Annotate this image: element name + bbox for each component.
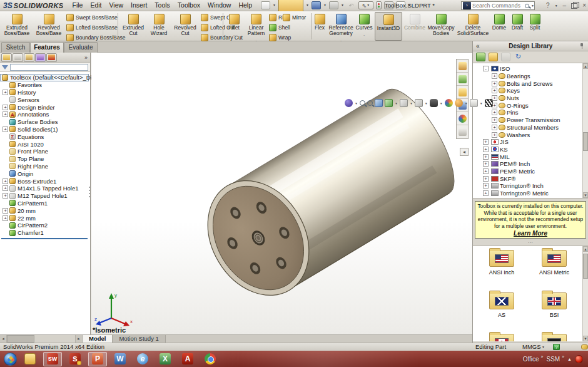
- dl-item-skf[interactable]: +SKF®: [473, 175, 588, 182]
- learn-more-link[interactable]: Learn More: [514, 230, 547, 237]
- expand-toggle[interactable]: +: [492, 110, 497, 115]
- lofted-boss-button[interactable]: Lofted Boss/Base: [66, 23, 118, 32]
- expand-toggle[interactable]: +: [483, 176, 489, 182]
- fillet-caret[interactable]: -: [233, 33, 235, 37]
- search-icon[interactable]: [525, 4, 529, 8]
- dl-item-structural-members[interactable]: +Structural Members: [473, 124, 588, 132]
- menu-file[interactable]: File: [68, 0, 86, 11]
- collapse-task-pane-button[interactable]: ◂: [460, 148, 469, 156]
- dl-item-bearings[interactable]: +Bearings: [473, 73, 588, 80]
- expand-toggle[interactable]: +: [3, 185, 8, 191]
- tree-item-solid-bodies[interactable]: +Solid Bodies(1): [0, 126, 90, 133]
- dl-item-torrington-inch[interactable]: +Torrington® Inch: [473, 182, 588, 190]
- tree-item-origin[interactable]: Origin: [0, 170, 90, 177]
- dl-item-keys[interactable]: +Keys: [473, 87, 588, 95]
- feature-tree-tab[interactable]: [1, 53, 12, 62]
- expand-toggle[interactable]: +: [3, 215, 8, 221]
- mirror-button[interactable]: Mirror: [283, 13, 306, 22]
- tree-item-22mm[interactable]: +22 mm: [0, 214, 90, 222]
- instant3d-button[interactable]: Instant3D: [375, 12, 402, 41]
- curves-caret[interactable]: -: [363, 33, 365, 37]
- menu-help[interactable]: Help: [235, 0, 256, 11]
- menu-toolbox[interactable]: Toolbox: [174, 0, 204, 11]
- tree-item-material[interactable]: AISI 1020: [0, 140, 90, 148]
- tree-item-cirpattern1[interactable]: CirPattern1: [0, 200, 90, 207]
- dimxpert-manager-tab[interactable]: [35, 53, 46, 62]
- design-library-tab[interactable]: [457, 73, 468, 86]
- expand-toggle[interactable]: +: [492, 73, 497, 79]
- tree-root-toolbox[interactable]: ToolBox (Default<<Default>_Display: [0, 74, 89, 81]
- tray-office[interactable]: Office: [523, 356, 539, 363]
- tree-item-cirpattern2[interactable]: CirPattern2: [0, 222, 90, 229]
- flex-button[interactable]: Flex: [312, 12, 327, 41]
- tree-item-equations[interactable]: ΣEquations: [0, 133, 90, 140]
- show-hidden-icons-button[interactable]: ▲: [567, 357, 572, 361]
- pin-icon[interactable]: [579, 43, 584, 49]
- tree-item-sensors[interactable]: Sensors: [0, 96, 90, 103]
- dropdown-caret[interactable]: ▼: [355, 101, 358, 105]
- search-commands-box[interactable]: › ▼: [461, 1, 535, 10]
- dl-item-washers[interactable]: +Washers: [473, 131, 588, 138]
- restore-button[interactable]: [571, 3, 577, 9]
- tray-chevron[interactable]: »: [562, 354, 564, 359]
- tree-item-m14-tapped-hole[interactable]: +M14x1.5 Tapped Hole1: [0, 185, 90, 192]
- menu-tools[interactable]: Tools: [151, 0, 174, 11]
- expand-toggle[interactable]: +: [483, 147, 489, 152]
- dl-item-jis[interactable]: +JIS: [473, 138, 588, 146]
- revolved-boss-button[interactable]: Revolved Boss/Base: [33, 12, 64, 41]
- tab-evaluate[interactable]: Evaluate: [64, 42, 98, 53]
- tab-motion-study[interactable]: Motion Study 1: [113, 335, 165, 343]
- expand-toggle[interactable]: +: [492, 88, 497, 93]
- horizontal-scrollbar[interactable]: ◄ ►: [0, 335, 83, 343]
- expand-toggle[interactable]: +: [483, 154, 489, 160]
- dl-item-ks[interactable]: +KS: [473, 146, 588, 153]
- start-button[interactable]: [4, 353, 17, 366]
- taskbar-excel-button[interactable]: X: [156, 352, 175, 366]
- scroll-up-arrow[interactable]: ▲: [583, 63, 588, 69]
- scroll-down-arrow[interactable]: ▼: [583, 336, 588, 341]
- tab-overflow-button[interactable]: »: [84, 54, 88, 61]
- expand-toggle[interactable]: +: [3, 178, 8, 184]
- move-copy-bodies-button[interactable]: Move/Copy Bodies: [426, 12, 456, 41]
- minimize-button[interactable]: –: [563, 1, 567, 10]
- tree-item-top-plane[interactable]: Top Plane: [0, 155, 90, 163]
- expand-toggle[interactable]: +: [3, 105, 8, 110]
- tree-item-history[interactable]: +History: [0, 89, 90, 96]
- swept-boss-button[interactable]: Swept Boss/Base: [66, 13, 118, 22]
- tree-item-surface-bodies[interactable]: Surface Bodies: [0, 118, 90, 126]
- dropdown-caret[interactable]: ▼: [465, 101, 468, 105]
- apply-scene-icon[interactable]: [455, 99, 463, 107]
- new-dropdown-caret[interactable]: ▼: [273, 4, 276, 7]
- dl-item-iso[interactable]: -ISO: [473, 65, 588, 73]
- draft-button[interactable]: Draft: [509, 12, 526, 41]
- expand-toggle[interactable]: +: [492, 81, 497, 86]
- dl-item-power-transmission[interactable]: +Power Transmission: [473, 116, 588, 124]
- tag-icon[interactable]: [581, 344, 588, 349]
- save-dropdown-caret[interactable]: ▼: [323, 4, 327, 7]
- search-input[interactable]: [472, 3, 525, 9]
- print-dropdown-caret[interactable]: ▼: [341, 4, 344, 7]
- taskbar-chrome-button[interactable]: [201, 352, 220, 366]
- hide-show-items-icon[interactable]: [430, 99, 438, 107]
- expand-toggle[interactable]: +: [483, 161, 489, 167]
- zoom-to-fit-icon[interactable]: [360, 100, 365, 106]
- tree-item-annotations[interactable]: +AAnnotations: [0, 111, 90, 118]
- section-view-icon[interactable]: [385, 99, 393, 107]
- dropdown-caret[interactable]: ▼: [480, 101, 483, 105]
- dl-item-pem-inch[interactable]: +PEM® Inch: [473, 160, 588, 168]
- tray-chevron[interactable]: »: [541, 354, 544, 359]
- revolved-cut-button[interactable]: Revolved Cut: [171, 12, 200, 41]
- dropdown-caret[interactable]: ▼: [440, 101, 443, 105]
- help-button[interactable]: ?: [546, 1, 550, 10]
- previous-view-icon[interactable]: [375, 99, 383, 107]
- view-orientation-cube-icon[interactable]: [400, 99, 408, 107]
- expand-toggle[interactable]: +: [483, 183, 489, 189]
- search-dropdown-caret[interactable]: ▼: [531, 4, 534, 8]
- collapse-toggle[interactable]: -: [483, 66, 489, 71]
- tree-item-chamfer1[interactable]: Chamfer1: [0, 229, 90, 237]
- expand-toggle[interactable]: +: [3, 193, 8, 199]
- dropdown-caret[interactable]: ▼: [425, 101, 428, 105]
- dl-item-mil[interactable]: +MIL: [473, 153, 588, 160]
- expand-toggle[interactable]: +: [3, 208, 8, 214]
- extruded-cut-button[interactable]: Extruded Cut: [119, 12, 147, 41]
